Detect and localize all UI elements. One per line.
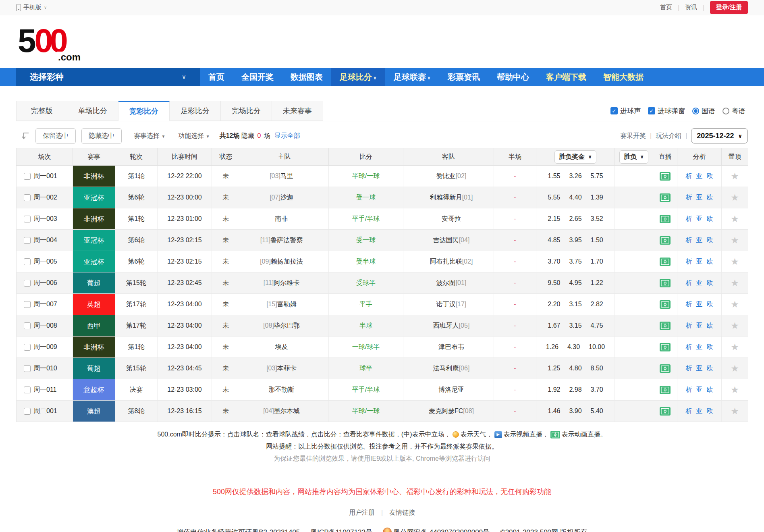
home-team-name[interactable]: 南非: [275, 215, 288, 222]
analysis-link[interactable]: 亚: [696, 386, 703, 393]
analysis-link[interactable]: 亚: [696, 279, 703, 286]
pin-star-icon[interactable]: ★: [731, 278, 739, 288]
cantonese-option[interactable]: 粤语: [722, 106, 745, 116]
analysis-link[interactable]: 欧: [707, 322, 713, 329]
analysis-link[interactable]: 亚: [696, 237, 703, 243]
analysis-link[interactable]: 欧: [707, 386, 713, 393]
away-team-name[interactable]: 博洛尼亚: [438, 386, 464, 393]
row-checkbox[interactable]: [24, 237, 31, 244]
date-select[interactable]: 2025-12-22 ∨: [691, 128, 748, 143]
handicap-link[interactable]: 受一球: [356, 237, 376, 243]
pin-star-icon[interactable]: ★: [731, 299, 739, 310]
away-team-cell[interactable]: 赞比亚[02]: [403, 166, 494, 187]
analysis-link[interactable]: 亚: [696, 172, 703, 179]
handicap-link[interactable]: 平手/半球: [352, 215, 380, 222]
pin-star-icon[interactable]: ★: [731, 192, 739, 203]
event-select-dropdown[interactable]: 赛事选择 ▼: [134, 132, 165, 140]
animation-live-icon[interactable]: [660, 279, 671, 287]
handicap-link[interactable]: 半球: [359, 322, 372, 329]
animation-live-icon[interactable]: [660, 364, 671, 373]
rules-link[interactable]: 玩法介绍: [656, 132, 681, 140]
league-badge[interactable]: 西甲: [73, 315, 115, 336]
home-team-name[interactable]: 毕尔巴鄂: [274, 322, 300, 329]
mobile-version-switch[interactable]: 手机版 ∨: [16, 4, 47, 11]
row-checkbox[interactable]: [24, 387, 31, 393]
analysis-link[interactable]: 亚: [696, 301, 703, 308]
nav-item[interactable]: 足球联赛 ∨: [385, 68, 439, 86]
home-team-cell[interactable]: [08]毕尔巴鄂: [240, 315, 329, 337]
away-team-cell[interactable]: 阿布扎比联[02]: [403, 251, 494, 272]
analysis-link[interactable]: 析: [686, 343, 692, 350]
goal-popup-option[interactable]: ✓ 进球弹窗: [648, 106, 685, 116]
show-all-link[interactable]: 显示全部: [274, 132, 300, 140]
analysis-link[interactable]: 析: [686, 172, 692, 179]
analysis-link[interactable]: 欧: [707, 237, 713, 243]
animation-live-icon[interactable]: [660, 386, 671, 394]
animation-live-icon[interactable]: [660, 258, 671, 266]
handicap-link[interactable]: 平手: [359, 301, 372, 308]
league-badge[interactable]: 亚冠杯: [73, 187, 115, 208]
topbar-home-link[interactable]: 首页: [660, 4, 672, 11]
row-checkbox[interactable]: [24, 408, 31, 415]
nav-item[interactable]: 帮助中心 ∨: [488, 68, 538, 86]
away-team-cell[interactable]: 波尔图[01]: [403, 272, 494, 294]
nav-item[interactable]: 足球比分 ∨: [331, 68, 385, 86]
home-team-cell[interactable]: [11]鲁萨法警察: [240, 230, 329, 251]
row-checkbox[interactable]: [24, 344, 31, 351]
friend-links-link[interactable]: 友情链接: [389, 509, 415, 517]
home-team-name[interactable]: 马里: [280, 172, 293, 179]
league-badge[interactable]: 非洲杯: [73, 208, 115, 229]
tab[interactable]: 足彩比分: [170, 101, 221, 121]
analysis-link[interactable]: 亚: [696, 194, 703, 201]
collapse-arrow-icon[interactable]: [21, 131, 30, 140]
pin-star-icon[interactable]: ★: [731, 363, 739, 374]
home-team-cell[interactable]: [07]沙迦: [240, 187, 329, 208]
league-badge[interactable]: 意超杯: [73, 379, 115, 400]
away-team-cell[interactable]: 博洛尼亚: [403, 379, 494, 401]
home-team-name[interactable]: 鲁萨法警察: [270, 237, 303, 243]
analysis-link[interactable]: 析: [686, 386, 692, 393]
row-checkbox[interactable]: [24, 258, 31, 265]
pin-star-icon[interactable]: ★: [731, 342, 739, 352]
analysis-link[interactable]: 析: [686, 301, 692, 308]
handicap-link[interactable]: 一球/球半: [352, 343, 380, 350]
row-checkbox[interactable]: [24, 301, 31, 308]
winlose-select[interactable]: 胜负 ∨: [619, 150, 648, 164]
analysis-link[interactable]: 析: [686, 215, 692, 222]
league-badge[interactable]: 亚冠杯: [73, 230, 115, 251]
nav-item[interactable]: 客户端下载 ∨: [538, 68, 595, 86]
radio-selected-icon[interactable]: [692, 108, 699, 114]
login-register-button[interactable]: 登录/注册: [710, 1, 748, 14]
home-team-cell[interactable]: [03]本菲卡: [240, 358, 329, 379]
radio-unselected-icon[interactable]: [722, 108, 729, 114]
nav-item[interactable]: 智能大数据 ∨: [595, 68, 652, 86]
pin-star-icon[interactable]: ★: [731, 171, 739, 181]
home-team-name[interactable]: 那不勒斯: [269, 386, 295, 393]
analysis-link[interactable]: 析: [686, 237, 692, 243]
checkbox-checked-icon[interactable]: ✓: [610, 107, 618, 114]
analysis-link[interactable]: 亚: [696, 215, 703, 222]
handicap-link[interactable]: 受球半: [356, 279, 376, 286]
animation-live-icon[interactable]: [660, 407, 671, 416]
away-team-cell[interactable]: 法马利康[06]: [403, 358, 494, 379]
row-checkbox[interactable]: [24, 365, 31, 372]
tab[interactable]: 单场比分: [67, 101, 118, 121]
analysis-link[interactable]: 欧: [707, 172, 713, 179]
user-register-link[interactable]: 用户注册: [349, 509, 375, 517]
away-team-name[interactable]: 波尔图: [436, 279, 456, 286]
away-team-name[interactable]: 诺丁汉: [436, 301, 456, 308]
handicap-link[interactable]: 半球/一球: [352, 172, 380, 179]
checkbox-checked-icon[interactable]: ✓: [648, 107, 655, 114]
tab[interactable]: 竞彩比分: [118, 101, 170, 121]
away-team-name[interactable]: 吉达国民: [433, 237, 459, 243]
league-badge[interactable]: 葡超: [73, 358, 115, 379]
league-badge[interactable]: 亚冠杯: [73, 251, 115, 272]
league-badge[interactable]: 葡超: [73, 272, 115, 293]
handicap-link[interactable]: 受一球: [356, 194, 376, 201]
pin-star-icon[interactable]: ★: [731, 320, 739, 331]
analysis-link[interactable]: 析: [686, 322, 692, 329]
league-badge[interactable]: 非洲杯: [73, 166, 115, 187]
analysis-link[interactable]: 欧: [707, 215, 713, 222]
analysis-link[interactable]: 亚: [696, 322, 703, 329]
analysis-link[interactable]: 析: [686, 194, 692, 201]
